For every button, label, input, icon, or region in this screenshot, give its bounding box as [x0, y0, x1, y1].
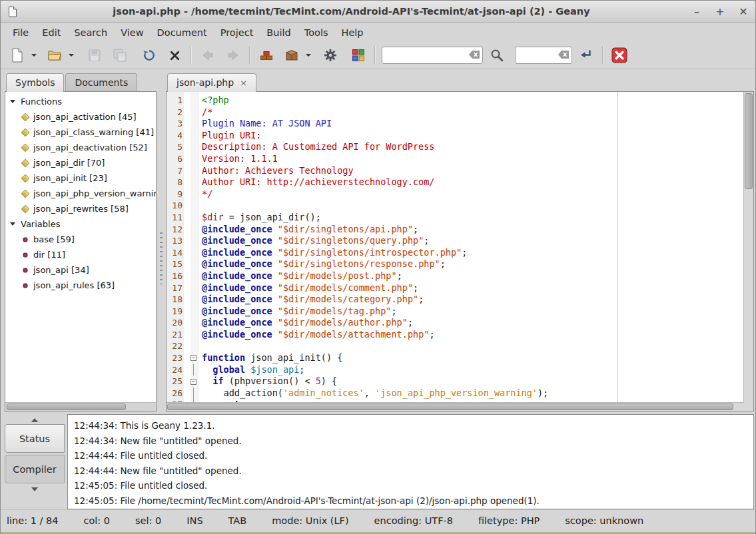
code-line[interactable]: Plugin URI: — [202, 130, 743, 142]
code-line[interactable]: @include_once "$dir/singletons/response.… — [202, 258, 743, 270]
code-line[interactable]: @include_once "$dir/models/attachment.ph… — [202, 329, 743, 341]
code-line[interactable]: global $json_api; — [202, 364, 743, 376]
fold-margin — [189, 294, 198, 306]
tree-item-json_api[interactable]: json_api [34] — [5, 262, 156, 278]
code-line[interactable]: Author URI: http://achieverstechnology.c… — [202, 176, 743, 188]
menu-item-search[interactable]: Search — [67, 25, 114, 41]
close-tab-icon[interactable]: × — [240, 78, 247, 88]
scrollbar-thumb[interactable] — [167, 403, 733, 410]
tabs-scroll-down-button[interactable] — [5, 485, 65, 495]
maximize-button[interactable]: + — [713, 5, 727, 18]
navigate-forward-button[interactable] — [222, 45, 244, 66]
fold-toggle-icon[interactable]: − — [189, 376, 198, 388]
tree-item-json_api_activation[interactable]: json_api_activation [45] — [5, 109, 156, 125]
menu-item-tools[interactable]: Tools — [298, 25, 335, 41]
tree-item-json_api_dir[interactable]: json_api_dir [70] — [5, 155, 156, 170]
code-line[interactable]: @include_once "$dir/models/tag.php"; — [202, 306, 743, 318]
code-line[interactable]: Version: 1.1.1 — [202, 153, 743, 165]
code-area[interactable]: <?php/*Plugin Name: AT JSON APIPlugin UR… — [199, 92, 743, 411]
search-input[interactable] — [386, 51, 469, 61]
code-line[interactable]: function json_api_init() { — [202, 352, 743, 364]
goto-line-button[interactable] — [575, 45, 597, 66]
fold-toggle-icon[interactable]: − — [189, 352, 198, 364]
tree-item-variables[interactable]: Variables — [5, 216, 156, 232]
code-line[interactable]: /* — [202, 107, 743, 119]
editor-vertical-scrollbar[interactable] — [743, 92, 753, 411]
revert-button[interactable] — [138, 45, 161, 66]
new-file-button[interactable] — [6, 45, 29, 66]
build-button[interactable] — [280, 45, 303, 66]
code-line[interactable]: @include_once "$dir/models/comment.php"; — [202, 282, 743, 294]
tree-item-json_api_deactivation[interactable]: json_api_deactivation [52] — [5, 140, 156, 155]
code-line[interactable]: @include_once "$dir/models/author.php"; — [202, 317, 743, 329]
code-line[interactable]: @include_once "$dir/singletons/query.php… — [202, 235, 743, 247]
tab-status[interactable]: Status — [5, 424, 65, 453]
pane-splitter[interactable] — [157, 69, 166, 411]
goto-line-field[interactable] — [515, 47, 572, 64]
tab-json-api-php[interactable]: json-api.php× — [167, 73, 256, 92]
build-dropdown[interactable] — [303, 45, 314, 66]
open-file-dropdown[interactable] — [66, 45, 77, 66]
tree-item-json_api_php_version_warnin[interactable]: json_api_php_version_warnin — [5, 186, 156, 201]
code-line[interactable]: @include_once "$dir/models/category.php"… — [202, 294, 743, 306]
menu-item-edit[interactable]: Edit — [35, 25, 67, 41]
sidebar-horizontal-scrollbar[interactable] — [5, 402, 156, 411]
code-line[interactable]: @include_once "$dir/singletons/api.php"; — [202, 224, 743, 236]
goto-line-input[interactable] — [520, 51, 558, 61]
scrollbar-thumb[interactable] — [745, 93, 753, 189]
window-menu-icon[interactable] — [7, 6, 18, 20]
code-line[interactable]: @include_once "$dir/singletons/introspec… — [202, 247, 743, 259]
tab-compiler[interactable]: Compiler — [5, 455, 65, 483]
code-line[interactable]: Author: Achievers Technology — [202, 165, 743, 177]
menu-item-document[interactable]: Document — [151, 25, 214, 41]
compile-button[interactable] — [255, 45, 278, 66]
expander-icon[interactable] — [10, 222, 15, 228]
code-line[interactable]: Description: A Customized API for WordPr… — [202, 141, 743, 153]
tree-item-json_api_init[interactable]: json_api_init [23] — [5, 170, 156, 186]
save-all-button[interactable] — [109, 45, 131, 66]
tree-item-dir[interactable]: dir [11] — [5, 247, 156, 262]
tree-item-json_api_rewrites[interactable]: json_api_rewrites [58] — [5, 201, 156, 216]
search-field[interactable] — [382, 47, 483, 64]
status-message: 12:44:44: New file "untitled" opened. — [74, 463, 753, 479]
new-file-dropdown[interactable] — [29, 45, 39, 66]
minimize-button[interactable]: – — [690, 5, 703, 18]
tabs-scroll-up-button[interactable] — [5, 414, 65, 424]
tree-item-json_api_class_warning[interactable]: json_api_class_warning [41] — [5, 125, 156, 140]
menu-item-build[interactable]: Build — [260, 25, 297, 41]
code-line[interactable]: */ — [202, 188, 743, 200]
save-button[interactable] — [83, 45, 106, 66]
find-button[interactable] — [486, 45, 508, 66]
navigate-back-button[interactable] — [196, 45, 219, 66]
editor-horizontal-scrollbar[interactable] — [167, 402, 744, 411]
code-line[interactable]: Plugin Name: AT JSON API — [202, 118, 743, 130]
open-file-button[interactable] — [43, 45, 66, 66]
code-line[interactable]: <?php — [202, 95, 743, 107]
tab-symbols[interactable]: Symbols — [6, 73, 64, 92]
close-document-button[interactable] — [163, 45, 186, 66]
code-line[interactable] — [202, 200, 743, 212]
message-panel-tabs: Status Compiler — [5, 414, 67, 509]
close-window-button[interactable]: ✕ — [737, 5, 750, 18]
run-button[interactable] — [319, 45, 342, 66]
clear-goto-icon[interactable] — [558, 51, 569, 61]
code-line[interactable] — [202, 340, 743, 352]
tree-item-base[interactable]: base [59] — [5, 232, 156, 247]
clear-search-icon[interactable] — [469, 51, 480, 61]
code-line[interactable]: add_action('admin_notices', 'json_api_ph… — [202, 388, 743, 400]
tree-item-functions[interactable]: Functions — [5, 94, 156, 109]
color-chooser-button[interactable] — [347, 45, 370, 66]
code-editor[interactable]: 1234567891011121314151617181920212223−24… — [166, 91, 754, 411]
code-line[interactable]: @include_once "$dir/models/post.php"; — [202, 270, 743, 282]
code-line[interactable]: $dir = json_api_dir(); — [202, 212, 743, 224]
quit-button[interactable] — [608, 45, 631, 66]
scrollbar-thumb[interactable] — [7, 403, 126, 410]
tree-item-json_api_rules[interactable]: json_api_rules [63] — [5, 278, 156, 293]
menu-item-help[interactable]: Help — [335, 25, 370, 41]
code-line[interactable]: if (phpversion() < 5) { — [202, 376, 743, 388]
menu-item-project[interactable]: Project — [214, 25, 260, 41]
menu-item-file[interactable]: File — [6, 25, 35, 41]
tab-documents[interactable]: Documents — [65, 73, 137, 91]
expander-icon[interactable] — [10, 100, 15, 106]
menu-item-view[interactable]: View — [114, 25, 150, 41]
